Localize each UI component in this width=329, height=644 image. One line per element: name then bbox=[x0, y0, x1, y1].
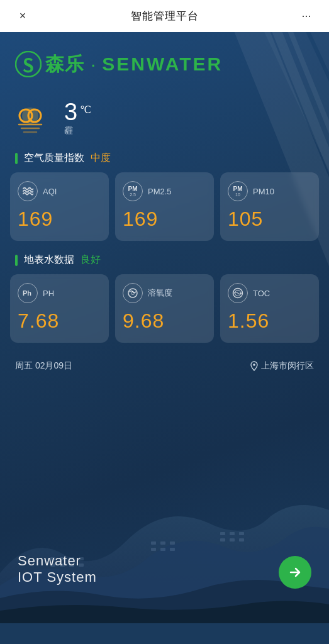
air-quality-cards: AQI 169 PM 2.5 PM2.5 169 PM 10 PM10 bbox=[0, 172, 329, 253]
water-data-status: 良好 bbox=[81, 253, 101, 267]
ph-label: PH bbox=[43, 289, 54, 298]
temperature-row: 3 ℃ bbox=[64, 100, 91, 124]
svg-rect-33 bbox=[239, 532, 244, 535]
pm25-card: PM 2.5 PM2.5 169 bbox=[115, 172, 214, 241]
pm10-card-top: PM 10 PM10 bbox=[228, 181, 311, 201]
temperature-unit: ℃ bbox=[80, 104, 91, 116]
arrow-button[interactable] bbox=[279, 556, 311, 589]
oxygen-value: 9.68 bbox=[123, 309, 206, 333]
section-bar-air bbox=[15, 153, 18, 164]
toc-svg-icon bbox=[231, 287, 244, 299]
ph-value: 7.68 bbox=[18, 309, 101, 333]
pm10-card: PM 10 PM10 105 bbox=[220, 172, 319, 241]
bottom-text-block: Senwater IOT System bbox=[18, 553, 97, 586]
logo-separator: · bbox=[91, 53, 96, 75]
pm25-card-top: PM 2.5 PM2.5 bbox=[123, 181, 206, 201]
svg-rect-35 bbox=[230, 538, 235, 541]
pm10-value: 105 bbox=[228, 208, 311, 231]
location-wrap: 上海市闵行区 bbox=[250, 360, 314, 372]
ph-card: Ph PH 7.68 bbox=[10, 274, 109, 343]
water-data-header: 地表水数据 良好 bbox=[0, 253, 329, 274]
oxygen-label: 溶氧度 bbox=[148, 287, 172, 299]
info-bar: 周五 02月09日 上海市闵行区 bbox=[0, 355, 329, 382]
main-content: 森乐 · SENWATER 3 ℃ 霾 空气质 bbox=[0, 32, 329, 623]
ph-card-top: Ph PH bbox=[18, 283, 101, 303]
toc-card: TOC 1.56 bbox=[220, 274, 319, 343]
aqi-icon bbox=[18, 181, 38, 201]
more-button[interactable]: ··· bbox=[296, 9, 316, 23]
app-header: × 智能管理平台 ··· bbox=[0, 0, 329, 32]
svg-rect-32 bbox=[230, 532, 235, 535]
logo-chinese: 森乐 bbox=[45, 52, 84, 77]
air-quality-title: 空气质量指数 bbox=[24, 152, 84, 165]
logo-container: 森乐 · SENWATER bbox=[15, 51, 314, 77]
location-display: 上海市闵行区 bbox=[261, 360, 314, 372]
logo-section: 森乐 · SENWATER bbox=[0, 32, 329, 90]
section-bar-water bbox=[15, 255, 18, 266]
oxygen-card: 溶氧度 9.68 bbox=[115, 274, 214, 343]
water-data-title: 地表水数据 bbox=[24, 253, 74, 267]
header-title: 智能管理平台 bbox=[131, 9, 199, 23]
aqi-card: AQI 169 bbox=[10, 172, 109, 241]
oxygen-icon bbox=[123, 283, 143, 303]
svg-rect-31 bbox=[220, 532, 225, 535]
temperature-value: 3 bbox=[64, 100, 77, 124]
location-pin-icon bbox=[250, 361, 259, 371]
svg-rect-29 bbox=[160, 548, 165, 551]
pm10-label: PM10 bbox=[253, 187, 274, 196]
water-data-cards: Ph PH 7.68 溶氧度 9.68 bbox=[0, 274, 329, 355]
pm25-label: PM2.5 bbox=[148, 187, 172, 196]
aqi-card-top: AQI bbox=[18, 181, 101, 201]
building-silhouette bbox=[0, 460, 329, 623]
air-quality-header: 空气质量指数 中度 bbox=[0, 152, 329, 172]
oxygen-svg-icon bbox=[126, 287, 139, 299]
pm10-icon: PM 10 bbox=[228, 181, 248, 201]
toc-value: 1.56 bbox=[228, 309, 311, 333]
bottom-line2: IOT System bbox=[18, 569, 97, 586]
toc-card-top: TOC bbox=[228, 283, 311, 303]
svg-rect-36 bbox=[239, 538, 244, 541]
svg-rect-25 bbox=[151, 541, 156, 545]
weather-info: 3 ℃ 霾 bbox=[64, 100, 91, 136]
weather-icon bbox=[15, 102, 54, 135]
oxygen-card-top: 溶氧度 bbox=[123, 283, 206, 303]
bottom-line1: Senwater bbox=[18, 553, 97, 569]
aqi-label: AQI bbox=[43, 187, 57, 196]
svg-rect-27 bbox=[170, 541, 175, 545]
toc-icon bbox=[228, 283, 248, 303]
svg-point-16 bbox=[253, 364, 255, 366]
svg-rect-34 bbox=[220, 538, 225, 541]
bottom-section: Senwater IOT System bbox=[0, 460, 329, 623]
toc-label: TOC bbox=[253, 289, 270, 298]
weather-description: 霾 bbox=[64, 125, 91, 136]
logo-english: SENWATER bbox=[102, 53, 223, 75]
close-button[interactable]: × bbox=[13, 9, 33, 23]
svg-text:Ph: Ph bbox=[23, 289, 31, 297]
svg-rect-28 bbox=[151, 548, 156, 551]
weather-section: 3 ℃ 霾 bbox=[0, 90, 329, 152]
air-quality-status: 中度 bbox=[91, 152, 111, 165]
aqi-value: 169 bbox=[18, 208, 101, 231]
svg-point-12 bbox=[128, 289, 137, 297]
ph-svg-icon: Ph bbox=[21, 287, 34, 299]
ph-icon: Ph bbox=[18, 283, 38, 303]
pm25-icon: PM 2.5 bbox=[123, 181, 143, 201]
pm25-value: 169 bbox=[123, 208, 206, 231]
svg-rect-30 bbox=[170, 548, 175, 551]
svg-rect-26 bbox=[160, 541, 165, 545]
logo-s-icon bbox=[15, 51, 42, 77]
wave-icon bbox=[22, 186, 33, 197]
date-display: 周五 02月09日 bbox=[15, 360, 72, 372]
arrow-right-icon bbox=[287, 565, 303, 580]
